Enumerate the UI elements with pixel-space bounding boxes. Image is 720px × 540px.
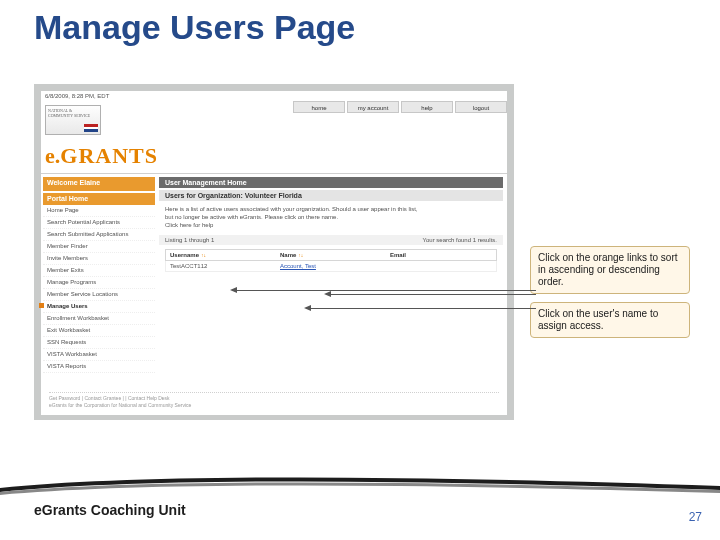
- col-label: Name: [280, 252, 296, 258]
- brand-logo: e.GRANTS: [45, 143, 158, 169]
- panel-subheader: Users for Organization: Volunteer Florid…: [159, 190, 503, 201]
- footer-org: eGrants for the Corporation for National…: [49, 402, 499, 409]
- sidebar-item[interactable]: Enrollment Workbasket: [43, 313, 155, 325]
- sidebar-item[interactable]: Manage Programs: [43, 277, 155, 289]
- arrow-head-icon: [304, 305, 311, 311]
- footer-unit: eGrants Coaching Unit: [34, 502, 186, 518]
- col-label: Username: [170, 252, 199, 258]
- cell-email: [386, 261, 496, 271]
- col-name[interactable]: Name ↑↓: [276, 250, 386, 260]
- logo-text: NATIONAL & COMMUNITY SERVICE: [48, 108, 90, 118]
- arrow-line: [310, 308, 536, 309]
- sidebar-item[interactable]: Search Potential Applicants: [43, 217, 155, 229]
- sidebar-item[interactable]: Member Finder: [43, 241, 155, 253]
- body-line: but no longer be active with eGrants. Pl…: [165, 213, 497, 221]
- help-link[interactable]: Click here for help: [165, 221, 497, 229]
- portal-home-header: Portal Home: [43, 193, 155, 205]
- sidebar-item[interactable]: Home Page: [43, 205, 155, 217]
- arrow-line: [236, 290, 536, 291]
- nav-logout[interactable]: logout: [455, 101, 507, 113]
- panel-header: User Management Home: [159, 177, 503, 188]
- page-number: 27: [689, 510, 702, 524]
- sidebar-item[interactable]: VISTA Reports: [43, 361, 155, 373]
- nav-help[interactable]: help: [401, 101, 453, 113]
- footer-links[interactable]: Get Password | Contact Grantee | | Conta…: [49, 395, 499, 402]
- cell-username: TestACCT112: [166, 261, 276, 271]
- callout-assign: Click on the user's name to assign acces…: [530, 302, 690, 338]
- app-inner: 6/8/2009, 8:28 PM, EDT home my account h…: [41, 91, 507, 415]
- slide-title: Manage Users Page: [34, 8, 355, 47]
- sort-icon[interactable]: ↑↓: [201, 252, 206, 258]
- results-count: Your search found 1 results.: [423, 237, 498, 243]
- main-panel: User Management Home Users for Organizat…: [159, 177, 503, 272]
- sidebar-item[interactable]: Member Exits: [43, 265, 155, 277]
- app-footer: Get Password | Contact Grantee | | Conta…: [49, 392, 499, 409]
- timestamp: 6/8/2009, 8:28 PM, EDT: [41, 91, 507, 99]
- results-stripe: Listing 1 through 1 Your search found 1 …: [159, 235, 503, 245]
- panel-body: Here is a list of active users associate…: [159, 201, 503, 233]
- brand-rest: GRANTS: [60, 143, 158, 168]
- welcome-banner: Welcome Elaine: [43, 177, 155, 191]
- arrow-head-icon: [324, 291, 331, 297]
- app-screenshot: 6/8/2009, 8:28 PM, EDT home my account h…: [34, 84, 514, 420]
- arrow-line: [330, 294, 536, 295]
- callout-sort: Click on the orange links to sort in asc…: [530, 246, 690, 294]
- topbar: home my account help logout: [41, 101, 507, 113]
- sidebar-item[interactable]: SSN Requests: [43, 337, 155, 349]
- arrow-head-icon: [230, 287, 237, 293]
- sidebar-item[interactable]: Invite Members: [43, 253, 155, 265]
- sidebar-item[interactable]: Exit Workbasket: [43, 325, 155, 337]
- table-header: Username ↑↓ Name ↑↓ Email: [165, 249, 497, 261]
- cncs-logo: NATIONAL & COMMUNITY SERVICE: [45, 105, 101, 135]
- nav-myaccount[interactable]: my account: [347, 101, 399, 113]
- col-username[interactable]: Username ↑↓: [166, 250, 276, 260]
- sort-icon[interactable]: ↑↓: [298, 252, 303, 258]
- cell-name-link[interactable]: Account, Test: [276, 261, 386, 271]
- col-email[interactable]: Email: [386, 250, 496, 260]
- sidebar-item-manage-users[interactable]: Manage Users: [43, 301, 155, 313]
- brand-e: e.: [45, 143, 60, 168]
- sidebar-item[interactable]: Member Service Locations: [43, 289, 155, 301]
- sidebar-item[interactable]: Search Submitted Applications: [43, 229, 155, 241]
- col-label: Email: [390, 252, 406, 258]
- sidebar-item[interactable]: VISTA Workbasket: [43, 349, 155, 361]
- listing-count: Listing 1 through 1: [165, 237, 214, 243]
- swoosh-decoration: [0, 464, 720, 496]
- flag-icon: [84, 124, 98, 132]
- nav-home[interactable]: home: [293, 101, 345, 113]
- sidebar: Welcome Elaine Portal Home Home Page Sea…: [43, 177, 155, 373]
- divider: [41, 173, 507, 174]
- table-row: TestACCT112 Account, Test: [165, 261, 497, 272]
- body-line: Here is a list of active users associate…: [165, 205, 497, 213]
